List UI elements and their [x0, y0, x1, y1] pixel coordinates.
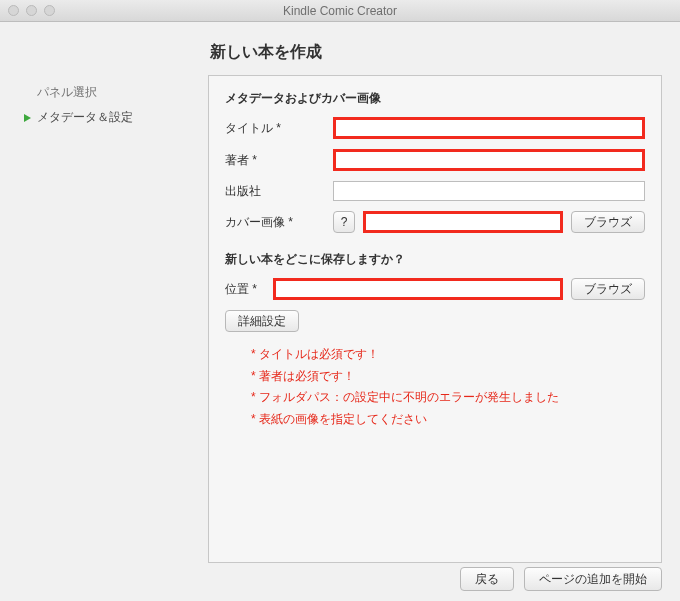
asterisk-icon: *: [251, 390, 256, 404]
chevron-right-icon: [24, 89, 31, 97]
sidebar: パネル選択 メタデータ＆設定: [0, 22, 208, 558]
titlebar: Kindle Comic Creator: [0, 0, 680, 22]
label-cover: カバー画像 *: [225, 214, 325, 231]
label-author: 著者 *: [225, 152, 325, 169]
row-location: 位置 * ブラウズ: [225, 278, 645, 300]
arrow-right-icon: [24, 114, 31, 122]
location-input[interactable]: [273, 278, 563, 300]
sidebar-item-metadata[interactable]: メタデータ＆設定: [24, 105, 194, 130]
publisher-input[interactable]: [333, 181, 645, 201]
browse-location-button[interactable]: ブラウズ: [571, 278, 645, 300]
page-title: 新しい本を作成: [210, 42, 662, 63]
browse-cover-button[interactable]: ブラウズ: [571, 211, 645, 233]
row-author: 著者 *: [225, 149, 645, 171]
title-input[interactable]: [333, 117, 645, 139]
section-heading-metadata: メタデータおよびカバー画像: [225, 90, 645, 107]
window-title: Kindle Comic Creator: [0, 4, 680, 18]
sidebar-item-label: パネル選択: [37, 84, 97, 101]
section-heading-save: 新しい本をどこに保存しますか？: [225, 251, 645, 268]
error-item: *著者は必須です！: [251, 366, 645, 388]
start-add-pages-button[interactable]: ページの追加を開始: [524, 567, 662, 591]
asterisk-icon: *: [251, 347, 256, 361]
advanced-settings-button[interactable]: 詳細設定: [225, 310, 299, 332]
label-publisher: 出版社: [225, 183, 325, 200]
error-item: *表紙の画像を指定してください: [251, 409, 645, 431]
error-item: *フォルダパス：の設定中に不明のエラーが発生しました: [251, 387, 645, 409]
error-item: *タイトルは必須です！: [251, 344, 645, 366]
label-title: タイトル *: [225, 120, 325, 137]
author-input[interactable]: [333, 149, 645, 171]
row-cover: カバー画像 * ? ブラウズ: [225, 211, 645, 233]
content-area: パネル選択 メタデータ＆設定 新しい本を作成 メタデータおよびカバー画像 タイト…: [0, 22, 680, 558]
label-location: 位置 *: [225, 281, 265, 298]
form-panel: メタデータおよびカバー画像 タイトル * 著者 * 出版社 カバー画像 * ? …: [208, 75, 662, 563]
main: 新しい本を作成 メタデータおよびカバー画像 タイトル * 著者 * 出版社 カバ…: [208, 22, 680, 558]
error-list: *タイトルは必須です！ *著者は必須です！ *フォルダパス：の設定中に不明のエラ…: [251, 344, 645, 430]
sidebar-item-panel[interactable]: パネル選択: [24, 80, 194, 105]
asterisk-icon: *: [251, 369, 256, 383]
row-title: タイトル *: [225, 117, 645, 139]
back-button[interactable]: 戻る: [460, 567, 514, 591]
asterisk-icon: *: [251, 412, 256, 426]
row-publisher: 出版社: [225, 181, 645, 201]
cover-input[interactable]: [363, 211, 563, 233]
help-button[interactable]: ?: [333, 211, 355, 233]
sidebar-item-label: メタデータ＆設定: [37, 109, 133, 126]
footer: 戻る ページの追加を開始: [0, 558, 680, 600]
